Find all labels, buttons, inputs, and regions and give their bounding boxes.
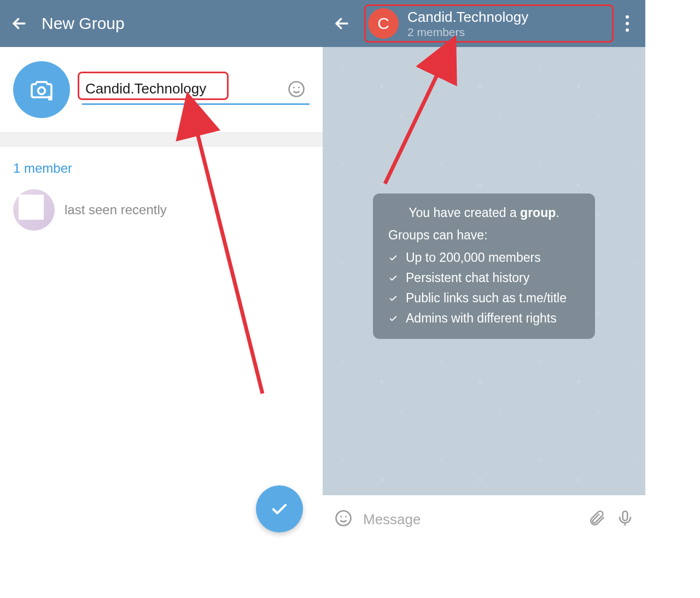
card-title: You have created a group. bbox=[388, 206, 580, 220]
check-icon bbox=[388, 314, 398, 324]
back-arrow-icon[interactable] bbox=[332, 14, 351, 33]
members-count-label: 1 member bbox=[13, 161, 310, 176]
member-row[interactable]: last seen recently bbox=[13, 189, 310, 231]
back-arrow-icon[interactable] bbox=[10, 14, 28, 33]
card-title-prefix: You have created a bbox=[409, 206, 520, 220]
feature-item: Admins with different rights bbox=[388, 311, 580, 326]
svg-point-6 bbox=[340, 516, 342, 518]
feature-item: Up to 200,000 members bbox=[388, 250, 580, 265]
group-name-section bbox=[0, 47, 323, 132]
group-created-card: You have created a group. Groups can hav… bbox=[373, 194, 595, 339]
feature-item: Persistent chat history bbox=[388, 271, 580, 285]
svg-point-2 bbox=[293, 86, 295, 88]
svg-point-7 bbox=[345, 516, 347, 518]
card-title-suffix: . bbox=[556, 206, 559, 220]
group-name-input[interactable] bbox=[85, 80, 287, 97]
card-subtitle: Groups can have: bbox=[388, 228, 580, 243]
page-title: New Group bbox=[42, 14, 125, 33]
svg-point-3 bbox=[298, 86, 300, 88]
feature-text: Persistent chat history bbox=[406, 271, 529, 285]
avatar-letter: C bbox=[377, 14, 389, 33]
member-avatar bbox=[13, 189, 55, 231]
microphone-icon[interactable] bbox=[616, 509, 634, 530]
svg-point-0 bbox=[38, 87, 45, 95]
message-input[interactable] bbox=[363, 511, 578, 528]
chat-title: Candid.Technology bbox=[407, 9, 528, 26]
attach-icon[interactable] bbox=[587, 509, 606, 530]
svg-point-5 bbox=[336, 511, 351, 526]
card-title-bold: group bbox=[520, 206, 556, 220]
more-menu-icon[interactable] bbox=[619, 15, 635, 32]
check-icon bbox=[388, 253, 398, 263]
member-status: last seen recently bbox=[65, 202, 167, 218]
chat-title-block: Candid.Technology 2 members bbox=[407, 9, 528, 39]
feature-text: Admins with different rights bbox=[406, 311, 557, 326]
svg-rect-8 bbox=[623, 511, 628, 520]
check-icon bbox=[269, 499, 290, 519]
emoji-icon[interactable] bbox=[334, 508, 353, 530]
header-bar: C Candid.Technology 2 members bbox=[323, 0, 645, 47]
message-input-bar bbox=[323, 495, 645, 543]
emoji-icon[interactable] bbox=[287, 79, 306, 99]
feature-text: Up to 200,000 members bbox=[406, 250, 541, 265]
chat-header-info[interactable]: C Candid.Technology 2 members bbox=[364, 4, 614, 43]
feature-list: Up to 200,000 membersPersistent chat his… bbox=[388, 250, 580, 326]
confirm-button[interactable] bbox=[256, 485, 303, 532]
check-icon bbox=[388, 294, 398, 303]
new-group-screen: New Group 1 member bbox=[0, 0, 323, 543]
chat-body: You have created a group. Groups can hav… bbox=[323, 47, 645, 495]
header-bar: New Group bbox=[0, 0, 323, 47]
chat-avatar: C bbox=[368, 8, 399, 39]
svg-point-1 bbox=[289, 81, 304, 96]
members-section: 1 member last seen recently bbox=[0, 146, 323, 245]
chat-screen: C Candid.Technology 2 members You have c… bbox=[323, 0, 645, 543]
feature-text: Public links such as t.me/title bbox=[406, 291, 567, 306]
check-icon bbox=[388, 273, 398, 283]
feature-item: Public links such as t.me/title bbox=[388, 291, 580, 306]
group-name-field-wrap bbox=[82, 75, 310, 105]
section-divider bbox=[0, 132, 323, 146]
camera-icon bbox=[28, 77, 55, 103]
set-photo-button[interactable] bbox=[13, 61, 70, 118]
chat-subtitle: 2 members bbox=[407, 26, 528, 39]
